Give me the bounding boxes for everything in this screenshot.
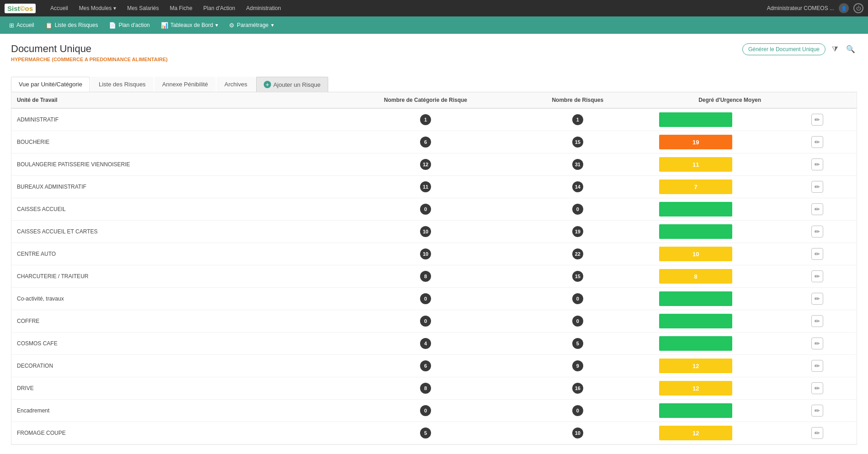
badge-risques: 10: [572, 428, 583, 438]
badge-categories: 0: [420, 293, 431, 304]
cell-unite: BOULANGERIE PATISSERIE VIENNOISERIE: [11, 153, 350, 176]
cell-unite: FROMAGE COUPE: [11, 422, 350, 444]
cell-risques: 1: [501, 108, 654, 131]
nav-administration[interactable]: Administration: [241, 0, 287, 16]
table-row: DECORATION6912✏: [11, 355, 857, 377]
tab-annexe-penibilite[interactable]: Annexe Pénibilité: [154, 77, 216, 92]
table-container: Unité de Travail Nombre de Catégorie de …: [11, 92, 857, 445]
edit-row-button[interactable]: ✏: [811, 114, 823, 126]
col-header-unite: Unité de Travail: [11, 92, 350, 108]
power-icon[interactable]: ⏻: [853, 3, 863, 13]
cell-urgence: 8: [654, 265, 806, 288]
sub-nav: ⊞ Accueil 📋 Liste des Risques 📄 Plan d'a…: [0, 16, 868, 34]
edit-icon: ✏: [815, 273, 820, 280]
table-row: ADMINISTRATIF11✏: [11, 108, 857, 131]
nav-accueil[interactable]: Accueil: [45, 0, 74, 16]
tab-vue-unite-categorie[interactable]: Vue par Unité/Catégorie: [11, 77, 90, 92]
urgency-indicator: 19: [659, 135, 732, 149]
cell-categories: 8: [350, 377, 502, 400]
edit-icon: ✏: [815, 362, 820, 370]
edit-row-button[interactable]: ✏: [811, 226, 823, 238]
edit-row-button[interactable]: ✏: [811, 338, 823, 349]
tab-liste-risques[interactable]: Liste des Risques: [91, 77, 154, 92]
nav-mes-modules[interactable]: Mes Modules ▾: [74, 0, 122, 16]
cell-categories: 10: [350, 221, 502, 243]
nav-ma-fiche[interactable]: Ma Fiche: [165, 0, 198, 16]
edit-icon: ✏: [815, 228, 820, 235]
cell-action: ✏: [806, 310, 857, 333]
chevron-down-icon2: ▾: [271, 22, 274, 28]
cell-action: ✏: [806, 153, 857, 176]
subnav-plan-action[interactable]: 📄 Plan d'action: [104, 20, 154, 31]
cell-urgence: 12: [654, 422, 806, 444]
badge-risques: 0: [572, 405, 583, 416]
edit-icon: ✏: [815, 340, 820, 347]
edit-icon: ✏: [815, 385, 820, 392]
edit-row-button[interactable]: ✏: [811, 248, 823, 260]
badge-categories: 12: [420, 159, 431, 170]
urgency-indicator: [659, 291, 732, 306]
table-row: Encadrement00✏: [11, 400, 857, 422]
urgency-indicator: 10: [659, 247, 732, 261]
badge-risques: 14: [572, 181, 583, 192]
subnav-accueil[interactable]: ⊞ Accueil: [5, 20, 39, 31]
table-row: DRIVE81612✏: [11, 377, 857, 400]
edit-row-button[interactable]: ✏: [811, 158, 823, 170]
edit-row-button[interactable]: ✏: [811, 360, 823, 372]
cell-risques: 0: [501, 310, 654, 333]
header-actions: Générer le Document Unique ⧩ 🔍: [742, 43, 857, 55]
subnav-liste-risques[interactable]: 📋 Liste des Risques: [41, 20, 103, 31]
table-header-row: Unité de Travail Nombre de Catégorie de …: [11, 92, 857, 108]
subnav-tableaux-bord[interactable]: 📊 Tableaux de Bord ▾: [156, 20, 223, 31]
table-row: BUREAUX ADMINISTRATIF11147✏: [11, 176, 857, 198]
cell-risques: 5: [501, 333, 654, 355]
cell-urgence: 12: [654, 355, 806, 377]
edit-row-button[interactable]: ✏: [811, 405, 823, 417]
table-row: CAISSES ACCUEIL ET CARTES1019✏: [11, 221, 857, 243]
cell-risques: 9: [501, 355, 654, 377]
edit-row-button[interactable]: ✏: [811, 181, 823, 193]
edit-icon: ✏: [815, 138, 820, 146]
cell-action: ✏: [806, 422, 857, 444]
urgency-indicator: 12: [659, 381, 732, 396]
edit-row-button[interactable]: ✏: [811, 136, 823, 148]
filter-icon: ⧩: [832, 45, 838, 53]
edit-row-button[interactable]: ✏: [811, 427, 823, 439]
nav-mes-salaries[interactable]: Mes Salariés: [122, 0, 164, 16]
badge-risques: 16: [572, 383, 583, 394]
cell-unite: DRIVE: [11, 377, 350, 400]
top-nav: Sist©os Accueil Mes Modules ▾ Mes Salari…: [0, 0, 868, 16]
dashboard-icon: 📊: [161, 22, 168, 29]
search-button[interactable]: 🔍: [844, 43, 857, 55]
cell-categories: 11: [350, 176, 502, 198]
edit-icon: ✏: [815, 161, 820, 168]
col-header-risques: Nombre de Risques: [501, 92, 654, 108]
cell-risques: 15: [501, 131, 654, 153]
badge-categories: 4: [420, 338, 431, 349]
edit-row-button[interactable]: ✏: [811, 293, 823, 305]
tab-archives[interactable]: Archives: [217, 77, 255, 92]
subnav-parametrage[interactable]: ⚙ Paramétrage ▾: [224, 20, 278, 31]
badge-risques: 0: [572, 316, 583, 327]
edit-row-button[interactable]: ✏: [811, 270, 823, 282]
col-header-urgence: Degré d'Urgence Moyen: [654, 92, 806, 108]
badge-risques: 22: [572, 248, 583, 259]
cell-action: ✏: [806, 333, 857, 355]
cell-unite: Co-activité, travaux: [11, 288, 350, 310]
edit-row-button[interactable]: ✏: [811, 315, 823, 327]
filter-button[interactable]: ⧩: [830, 43, 840, 55]
cell-unite: COSMOS CAFE: [11, 333, 350, 355]
cell-unite: CHARCUTERIE / TRAITEUR: [11, 265, 350, 288]
cell-risques: 14: [501, 176, 654, 198]
edit-row-button[interactable]: ✏: [811, 382, 823, 394]
generate-document-button[interactable]: Générer le Document Unique: [742, 43, 825, 55]
tab-ajouter-risque[interactable]: + Ajouter un Risque: [256, 77, 328, 92]
badge-categories: 5: [420, 428, 431, 438]
cell-categories: 12: [350, 153, 502, 176]
nav-plan-action[interactable]: Plan d'Action: [198, 0, 241, 16]
main-content: Document Unique HYPERMARCHE (COMMERCE A …: [0, 34, 868, 454]
table-row: Co-activité, travaux00✏: [11, 288, 857, 310]
cell-unite: BOUCHERIE: [11, 131, 350, 153]
edit-row-button[interactable]: ✏: [811, 203, 823, 215]
edit-icon: ✏: [815, 250, 820, 258]
